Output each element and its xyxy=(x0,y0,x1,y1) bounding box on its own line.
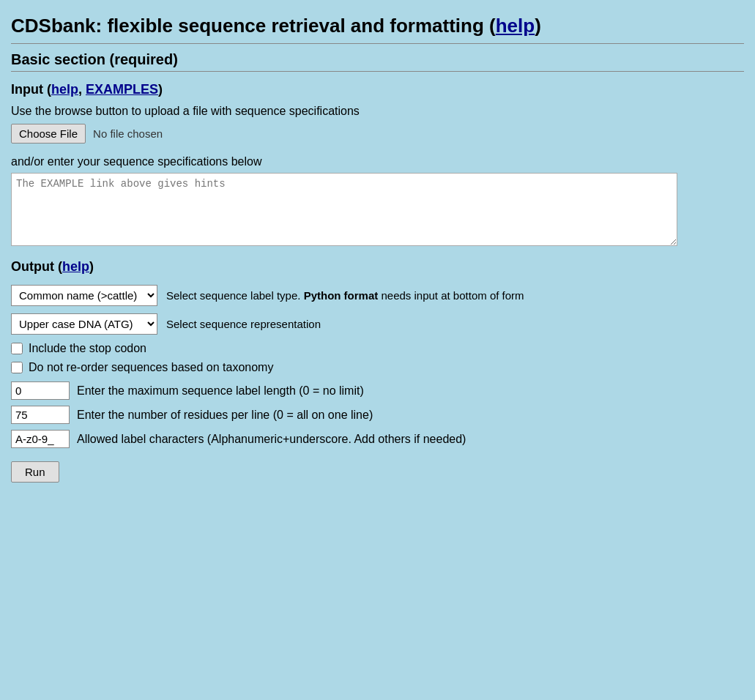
stop-codon-checkbox[interactable] xyxy=(11,343,23,354)
stop-codon-row: Include the stop codon xyxy=(11,342,744,355)
page-title-end: ) xyxy=(535,15,541,37)
residues-description: Enter the number of residues per line (0… xyxy=(77,409,373,422)
label-type-desc-suffix: needs input at bottom of form xyxy=(378,289,524,302)
input-heading-suffix: ) xyxy=(158,82,163,97)
sequence-rep-select[interactable]: Upper case DNA (ATG)Lower case DNA (atg)… xyxy=(11,313,157,335)
page-title-text: CDSbank: flexible sequence retrieval and… xyxy=(11,15,496,37)
title-divider xyxy=(11,43,744,44)
input-heading-prefix: Input ( xyxy=(11,82,51,97)
max-label-input[interactable] xyxy=(11,381,70,400)
label-type-select[interactable]: Common name (>cattle)Scientific nameAcce… xyxy=(11,285,157,306)
label-type-desc-prefix: Select sequence label type. xyxy=(166,289,304,302)
page-title: CDSbank: flexible sequence retrieval and… xyxy=(11,15,744,37)
output-heading: Output (help) xyxy=(11,259,744,275)
textarea-description: and/or enter your sequence specification… xyxy=(11,155,744,168)
max-label-row: Enter the maximum sequence label length … xyxy=(11,381,744,400)
label-type-description: Select sequence label type. Python forma… xyxy=(166,289,524,302)
output-heading-suffix: ) xyxy=(89,259,94,274)
no-file-label: No file chosen xyxy=(93,127,163,140)
stop-codon-label: Include the stop codon xyxy=(29,342,146,355)
reorder-row: Do not re-order sequences based on taxon… xyxy=(11,361,744,374)
label-type-row: Common name (>cattle)Scientific nameAcce… xyxy=(11,285,744,306)
residues-input[interactable] xyxy=(11,406,70,424)
inputs-section: Enter the maximum sequence label length … xyxy=(11,381,744,448)
sequence-rep-description: Select sequence representation xyxy=(166,318,321,330)
output-section: Output (help) Common name (>cattle)Scien… xyxy=(11,259,744,483)
residues-row: Enter the number of residues per line (0… xyxy=(11,406,744,424)
upload-description: Use the browse button to upload a file w… xyxy=(11,105,744,118)
sequence-rep-row: Upper case DNA (ATG)Lower case DNA (atg)… xyxy=(11,313,744,335)
python-format-label: Python format xyxy=(304,289,379,302)
reorder-label: Do not re-order sequences based on taxon… xyxy=(29,361,273,374)
allowed-chars-row: Allowed label characters (Alphanumeric+u… xyxy=(11,430,744,448)
input-heading-sep: , xyxy=(78,82,86,97)
basic-section-heading: Basic section (required) xyxy=(11,51,744,68)
input-help-link[interactable]: help xyxy=(51,82,78,97)
allowed-chars-input[interactable] xyxy=(11,430,70,448)
sequence-input[interactable] xyxy=(11,173,677,246)
choose-file-button[interactable]: Choose File xyxy=(11,124,86,144)
run-section: Run xyxy=(11,461,744,483)
output-heading-prefix: Output ( xyxy=(11,259,62,274)
max-label-description: Enter the maximum sequence label length … xyxy=(77,384,364,398)
reorder-checkbox[interactable] xyxy=(11,362,23,373)
section-divider xyxy=(11,71,744,72)
allowed-chars-description: Allowed label characters (Alphanumeric+u… xyxy=(77,433,466,446)
run-button[interactable]: Run xyxy=(11,461,59,483)
file-input-row: Choose File No file chosen xyxy=(11,124,744,144)
checkboxes-section: Include the stop codon Do not re-order s… xyxy=(11,342,744,374)
title-help-link[interactable]: help xyxy=(496,15,535,37)
input-heading: Input (help, EXAMPLES) xyxy=(11,82,744,97)
input-examples-link[interactable]: EXAMPLES xyxy=(86,82,158,97)
output-help-link[interactable]: help xyxy=(62,259,89,274)
